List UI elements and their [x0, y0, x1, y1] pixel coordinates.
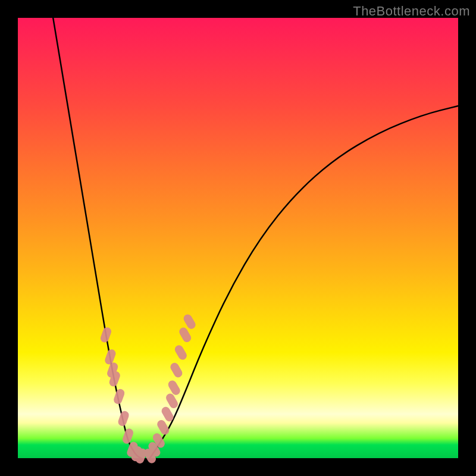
left-curve-line: [53, 18, 141, 458]
plot-area: [18, 18, 458, 458]
svg-rect-18: [173, 344, 188, 362]
svg-rect-17: [169, 361, 184, 379]
svg-rect-5: [117, 410, 130, 427]
svg-rect-4: [112, 388, 126, 405]
watermark-text: TheBottleneck.com: [353, 4, 470, 19]
tick-markers: [99, 313, 197, 465]
chart-frame: TheBottleneck.com: [0, 0, 476, 476]
svg-rect-0: [99, 326, 112, 343]
curve-layer: [18, 18, 458, 458]
right-curve-line: [150, 106, 458, 458]
